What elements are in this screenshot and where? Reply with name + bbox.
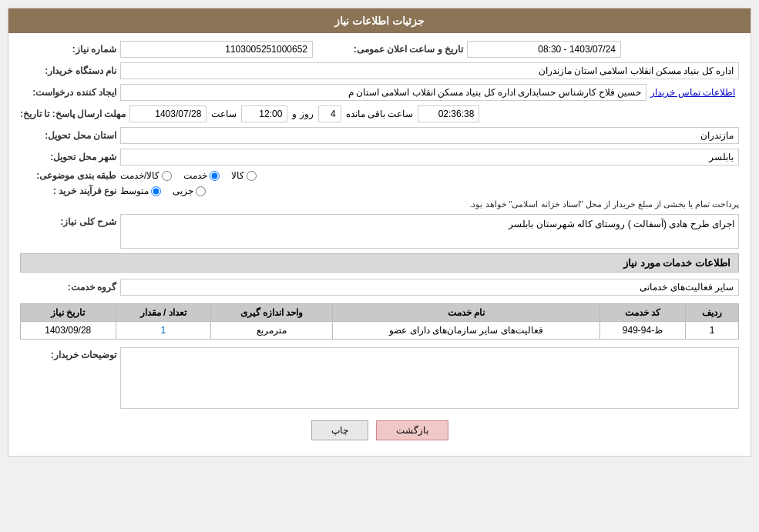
panel-title: جزئیات اطلاعات نیاز: [8, 8, 751, 33]
deadline-days: 4: [318, 105, 341, 122]
purchase-type-label-jozi: جزیی: [173, 186, 193, 196]
id-label: شماره نیاز:: [20, 44, 120, 55]
category-label-kala: کالا: [231, 170, 244, 181]
col-qty: تعداد / مقدار: [116, 304, 210, 322]
deadline-date: 1403/07/28: [129, 105, 207, 122]
deadline-remaining: 02:36:38: [418, 105, 479, 122]
category-label: طبقه بندی موضوعی:: [20, 170, 120, 181]
col-name: نام خدمت: [333, 304, 600, 322]
service-group-value: سایر فعالیت‌های خدماتی: [120, 279, 739, 296]
back-button[interactable]: بازگشت: [376, 420, 448, 440]
services-table-section: ردیف کد خدمت نام خدمت واحد اندازه گیری ت…: [20, 303, 739, 340]
buyer-org-label: نام دستگاه خریدار:: [20, 65, 120, 76]
purchase-type-option-jozi[interactable]: جزیی: [173, 186, 206, 196]
category-label-khedmat: خدمت: [183, 170, 207, 181]
purchase-type-label-motevaset: متوسط: [120, 186, 149, 196]
services-section-title: اطلاعات خدمات مورد نیاز: [20, 253, 739, 273]
category-option-kala-khedmat[interactable]: کالا/خدمت: [120, 170, 172, 181]
purchase-type-note: پرداخت تمام یا بخشی از مبلغ خریدار از مح…: [120, 199, 739, 209]
category-option-kala[interactable]: کالا: [231, 170, 257, 181]
table-row: 1 ظ-94-949 فعالیت‌های سایر سازمان‌های دا…: [21, 322, 739, 340]
city-value: بابلسر: [120, 149, 739, 166]
cell-unit: مترمربع: [210, 322, 332, 340]
category-radio-kala[interactable]: [247, 171, 257, 181]
province-value: مازندران: [120, 127, 739, 144]
city-label: شهر محل تحویل:: [20, 152, 120, 162]
cell-code: ظ-94-949: [599, 322, 685, 340]
description-label: شرح کلی نیاز:: [20, 214, 120, 227]
category-option-khedmat[interactable]: خدمت: [183, 170, 220, 181]
purchase-type-label: نوع فرآیند خرید :: [20, 186, 120, 196]
deadline-label: مهلت ارسال پاسخ: تا تاریخ:: [20, 109, 129, 119]
cell-row: 1: [686, 322, 739, 340]
category-radio-khedmat[interactable]: [210, 171, 220, 181]
buyer-notes-label: توضیحات خریدار:: [20, 347, 120, 360]
cell-qty: 1: [116, 322, 210, 340]
cell-date: 1403/09/28: [21, 322, 116, 340]
deadline-time-label: ساعت: [211, 109, 237, 119]
col-code: کد خدمت: [599, 304, 685, 322]
purchase-type-radio-motevaset[interactable]: [151, 186, 161, 196]
col-date: تاریخ نیاز: [21, 304, 116, 322]
id-value: 1103005251000652: [120, 41, 313, 58]
col-row: ردیف: [686, 304, 739, 322]
date-value: 1403/07/24 - 08:30: [467, 41, 621, 58]
creator-contact-link[interactable]: اطلاعات تماس خریدار: [646, 87, 739, 98]
deadline-days-label: روز و: [292, 109, 313, 119]
description-value: اجرای طرح هادی (آسفالت ) روستای کاله شهر…: [509, 219, 734, 229]
purchase-type-option-motevaset[interactable]: متوسط: [120, 186, 161, 196]
province-label: استان محل تحویل:: [20, 130, 120, 141]
creator-value: حسین فلاح کارشناس حسابداری اداره کل بنیا…: [120, 84, 646, 101]
buyer-org-value: اداره کل بنیاد مسکن انقلاب اسلامی استان …: [120, 62, 739, 79]
date-label: تاریخ و ساعت اعلان عمومی:: [328, 44, 467, 55]
services-table: ردیف کد خدمت نام خدمت واحد اندازه گیری ت…: [20, 303, 739, 340]
col-unit: واحد اندازه گیری: [210, 304, 332, 322]
purchase-type-radio-jozi[interactable]: [196, 186, 206, 196]
button-row: بازگشت چاپ: [20, 420, 739, 440]
deadline-remaining-label: ساعت باقی مانده: [346, 109, 414, 119]
category-radio-group: کالا/خدمت خدمت کالا: [120, 170, 257, 181]
creator-label: ایجاد کننده درخواست:: [20, 87, 120, 98]
deadline-time: 12:00: [241, 105, 287, 122]
service-group-label: گروه خدمت:: [20, 282, 120, 293]
cell-name: فعالیت‌های سایر سازمان‌های دارای عضو: [333, 322, 600, 340]
category-radio-kala-khedmat[interactable]: [162, 171, 172, 181]
print-button[interactable]: چاپ: [311, 420, 368, 440]
buyer-notes-textarea[interactable]: [120, 347, 739, 409]
category-label-kala-khedmat: کالا/خدمت: [120, 170, 160, 181]
